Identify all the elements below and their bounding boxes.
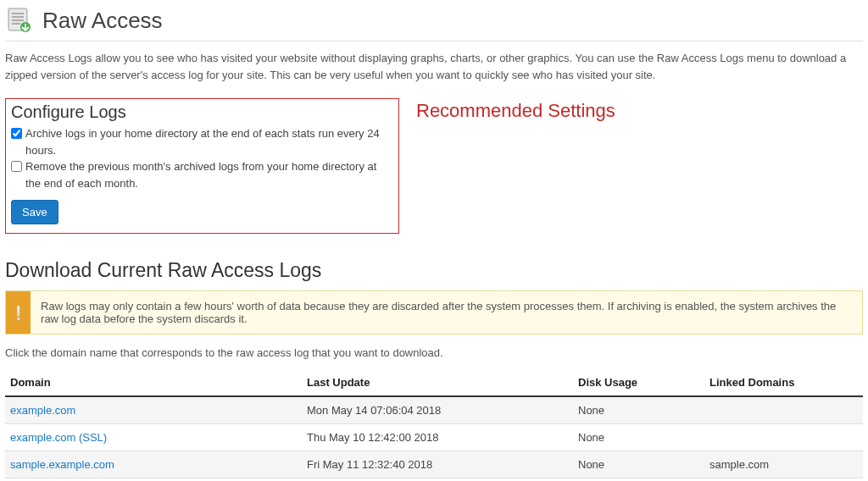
configure-logs-panel: Configure Logs Archive logs in your home… <box>5 98 399 234</box>
table-row: sample.example.com (SSL)Fri May 11 12:32… <box>5 478 863 482</box>
col-domain: Domain <box>5 369 302 396</box>
disk-usage-cell: None <box>573 451 704 478</box>
domain-link[interactable]: sample.example.com <box>10 458 114 471</box>
table-row: example.comMon May 14 07:06:04 2018None <box>5 396 863 424</box>
remove-checkbox[interactable] <box>11 161 22 172</box>
download-heading: Download Current Raw Access Logs <box>5 259 863 282</box>
page-title: Raw Access <box>42 8 163 34</box>
archive-checkbox-row[interactable]: Archive logs in your home directory at t… <box>11 125 390 158</box>
disk-usage-cell: None <box>573 424 704 451</box>
last-update-cell: Mon May 14 07:06:04 2018 <box>302 396 573 424</box>
save-button[interactable]: Save <box>11 200 58 224</box>
info-icon: ❕ <box>6 291 31 334</box>
table-row: example.com (SSL)Thu May 10 12:42:00 201… <box>5 424 863 451</box>
info-message: Raw logs may only contain a few hours' w… <box>31 291 862 334</box>
info-notice: ❕ Raw logs may only contain a few hours'… <box>5 290 863 334</box>
remove-checkbox-row[interactable]: Remove the previous month's archived log… <box>11 158 390 191</box>
domain-link[interactable]: example.com <box>10 404 75 417</box>
raw-access-icon <box>5 7 32 34</box>
annotation-recommended: Recommended Settings <box>416 98 615 122</box>
last-update-cell: Thu May 10 12:42:00 2018 <box>302 424 573 451</box>
download-instruction: Click the domain name that corresponds t… <box>5 346 863 359</box>
last-update-cell: Fri May 11 12:32:40 2018 <box>302 451 573 478</box>
configure-heading: Configure Logs <box>11 102 390 122</box>
archive-checkbox[interactable] <box>11 128 22 139</box>
linked-cell <box>704 478 863 482</box>
remove-label: Remove the previous month's archived log… <box>25 158 390 191</box>
disk-usage-cell: None <box>573 396 704 424</box>
col-linked: Linked Domains <box>704 369 863 396</box>
linked-cell <box>704 424 863 451</box>
disk-usage-cell: None <box>573 478 704 482</box>
domain-link[interactable]: example.com (SSL) <box>10 431 107 444</box>
last-update-cell: Fri May 11 12:32:52 2018 <box>302 478 573 482</box>
col-disk-usage: Disk Usage <box>573 369 704 396</box>
table-row: sample.example.comFri May 11 12:32:40 20… <box>5 451 863 478</box>
page-header: Raw Access <box>5 7 863 41</box>
intro-text: Raw Access Logs allow you to see who has… <box>5 50 863 83</box>
logs-table: Domain Last Update Disk Usage Linked Dom… <box>5 369 863 481</box>
col-last-update: Last Update <box>302 369 573 396</box>
linked-cell <box>704 396 863 424</box>
archive-label: Archive logs in your home directory at t… <box>25 125 390 158</box>
linked-cell: sample.com <box>704 451 863 478</box>
